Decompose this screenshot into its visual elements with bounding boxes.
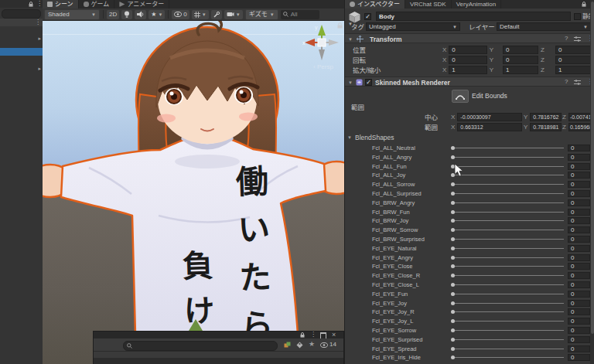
- rotation-x-field[interactable]: 0: [449, 56, 486, 64]
- eye-icon[interactable]: [320, 342, 329, 348]
- blendshape-value[interactable]: 0: [568, 300, 590, 307]
- foldout-arrow-icon[interactable]: ▼: [347, 135, 352, 140]
- blendshape-slider-track[interactable]: [453, 157, 564, 158]
- chevron-right-icon[interactable]: ▸: [38, 66, 41, 71]
- project-titlebar[interactable]: ⋮ ×: [94, 332, 343, 338]
- presets-icon[interactable]: [574, 36, 581, 42]
- blendshape-value[interactable]: 0: [568, 327, 590, 334]
- bounds-extent-x-field[interactable]: 0.663312: [457, 123, 522, 131]
- tab-animator[interactable]: アニメーター: [114, 0, 169, 9]
- search-by-label-icon[interactable]: [296, 342, 303, 349]
- lock-icon[interactable]: [300, 332, 305, 338]
- blendshape-slider-track[interactable]: [453, 311, 564, 312]
- gizmos-dropdown[interactable]: ギズモ ▼: [245, 9, 278, 20]
- blendshape-value[interactable]: 0: [568, 209, 590, 216]
- blendshape-slider-track[interactable]: [453, 330, 564, 331]
- blendshape-slider-thumb[interactable]: [451, 155, 455, 159]
- blendshape-value[interactable]: 0: [568, 354, 590, 361]
- transform-header[interactable]: ▼ Transform ? ⋮: [345, 33, 594, 43]
- blendshape-value[interactable]: 0: [568, 318, 590, 325]
- blendshape-slider-track[interactable]: [453, 266, 564, 267]
- hierarchy-item[interactable]: ▸: [0, 34, 43, 42]
- blendshape-slider-thumb[interactable]: [451, 338, 455, 342]
- blendshape-slider-track[interactable]: [453, 175, 564, 175]
- blendshape-value[interactable]: 0: [568, 308, 590, 315]
- blendshape-slider-track[interactable]: [453, 275, 564, 276]
- kebab-menu-icon[interactable]: ⋮: [310, 332, 316, 338]
- rotation-z-field[interactable]: 0: [555, 56, 592, 64]
- blendshape-slider-track[interactable]: [453, 148, 564, 148]
- blendshape-slider-thumb[interactable]: [451, 319, 455, 323]
- static-checkbox[interactable]: [574, 13, 581, 20]
- position-z-field[interactable]: 0: [555, 46, 592, 54]
- blendshape-slider-thumb[interactable]: [451, 228, 455, 232]
- help-icon[interactable]: ?: [565, 79, 568, 85]
- help-icon[interactable]: ?: [565, 36, 568, 42]
- tag-dropdown[interactable]: Untagged ▼: [366, 22, 460, 31]
- position-y-field[interactable]: 0: [503, 46, 538, 54]
- blendshape-value[interactable]: 0: [568, 345, 590, 352]
- blendshape-value[interactable]: 0: [568, 181, 590, 188]
- blendshape-slider-thumb[interactable]: [451, 355, 455, 359]
- audio-toggle-button[interactable]: [135, 10, 146, 19]
- rotation-y-field[interactable]: 0: [503, 56, 538, 64]
- tab-scene[interactable]: シーン: [43, 0, 79, 9]
- scrollbar-thumb[interactable]: [591, 2, 594, 334]
- hierarchy-item[interactable]: ▸: [0, 64, 43, 72]
- blendshape-slider-track[interactable]: [453, 220, 564, 221]
- active-checkbox[interactable]: ✓: [364, 13, 371, 20]
- blendshape-slider-thumb[interactable]: [451, 328, 455, 332]
- scene-viewport[interactable]: 働いたら 負け x y ‹ Persp: [43, 21, 344, 364]
- blendshape-slider-thumb[interactable]: [451, 310, 455, 314]
- blendshape-slider-thumb[interactable]: [451, 256, 455, 260]
- blendshape-value[interactable]: 0: [568, 263, 590, 270]
- kebab-menu-icon[interactable]: ⋮: [35, 19, 41, 26]
- grid-settings-button[interactable]: ▼: [192, 10, 209, 19]
- scale-y-field[interactable]: 1: [503, 66, 538, 74]
- blendshape-slider-thumb[interactable]: [451, 237, 455, 241]
- bounds-center-x-field[interactable]: -0.00030097: [457, 113, 522, 121]
- lock-icon[interactable]: [337, 22, 343, 29]
- blendshape-value[interactable]: 0: [568, 199, 590, 206]
- blendshape-slider-track[interactable]: [453, 357, 564, 358]
- foldout-arrow-icon[interactable]: ▼: [348, 80, 353, 85]
- tab-vrchat-sdk[interactable]: VRChat SDK: [405, 0, 452, 9]
- blendshape-slider-track[interactable]: [453, 239, 564, 240]
- tab-veryanimation[interactable]: VeryAnimation: [452, 0, 502, 9]
- move-gizmo-cone[interactable]: [189, 319, 203, 331]
- edit-bounds-button[interactable]: [452, 90, 469, 103]
- kebab-menu-icon[interactable]: ⋮: [36, 1, 43, 7]
- project-content-area[interactable]: [94, 358, 343, 364]
- blendshape-slider-track[interactable]: [453, 284, 564, 285]
- perspective-label[interactable]: ‹ Persp: [302, 64, 344, 70]
- blendshape-value[interactable]: 0: [568, 217, 590, 224]
- hierarchy-item-selected[interactable]: [0, 48, 43, 56]
- blendshape-slider-track[interactable]: [453, 202, 564, 203]
- bounds-extent-y-field[interactable]: 0.7818981: [530, 123, 562, 131]
- blendshape-slider-track[interactable]: [453, 193, 564, 194]
- blendshape-slider-thumb[interactable]: [451, 292, 455, 296]
- blendshape-value[interactable]: 0: [568, 145, 590, 151]
- scale-x-field[interactable]: 1: [449, 66, 486, 74]
- blendshape-slider-thumb[interactable]: [451, 201, 455, 205]
- search-by-type-icon[interactable]: [284, 342, 291, 349]
- smr-enabled-checkbox[interactable]: ✓: [365, 79, 372, 86]
- blendshape-value[interactable]: 0: [568, 190, 590, 197]
- component-tools-button[interactable]: [211, 10, 222, 19]
- smr-header[interactable]: ▼ ✓ Skinned Mesh Renderer ? ⋮: [345, 77, 594, 87]
- blendshape-value[interactable]: 0: [568, 245, 590, 252]
- blendshape-slider-thumb[interactable]: [451, 219, 455, 223]
- blendshape-slider-thumb[interactable]: [451, 146, 455, 150]
- blendshape-slider-thumb[interactable]: [451, 210, 455, 214]
- blendshape-slider-thumb[interactable]: [451, 247, 455, 250]
- blendshape-slider-track[interactable]: [453, 230, 564, 230]
- blendshape-value[interactable]: 0: [568, 163, 590, 170]
- scene-search-input[interactable]: All: [281, 10, 319, 19]
- blendshape-slider-thumb[interactable]: [451, 264, 455, 268]
- inspector-scrollbar[interactable]: [590, 0, 594, 364]
- position-x-field[interactable]: 0: [449, 46, 486, 54]
- bounds-center-y-field[interactable]: 0.7816762: [530, 113, 562, 121]
- blendshape-value[interactable]: 0: [568, 172, 590, 179]
- blendshape-slider-track[interactable]: [453, 248, 564, 249]
- tab-game[interactable]: ゲーム: [79, 0, 115, 9]
